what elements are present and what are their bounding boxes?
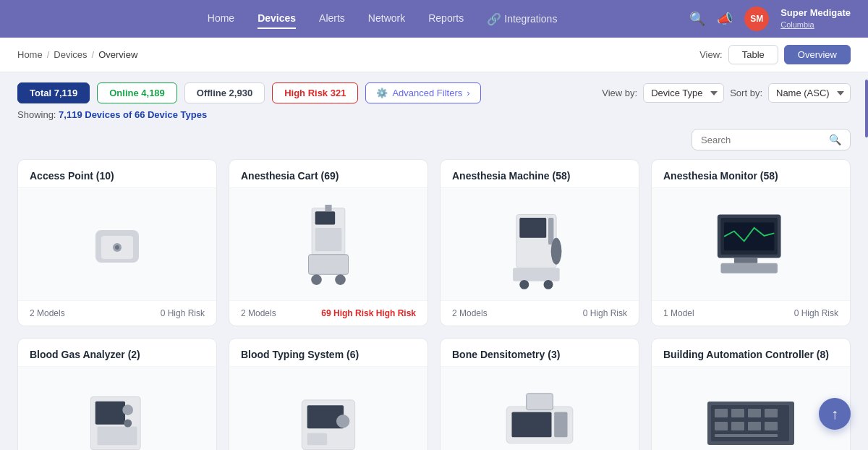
chevron-right-icon: ›: [467, 88, 469, 98]
filters-bar: Total 7,119 Online 4,189 Offline 2,930 H…: [0, 72, 868, 103]
search-box: 🔍: [692, 129, 851, 150]
svg-point-3: [115, 245, 119, 250]
svg-rect-35: [554, 412, 567, 437]
svg-point-27: [124, 419, 132, 427]
showing-line: Showing: 7,119 Devices of 66 Device Type…: [0, 103, 868, 129]
breadcrumb-current: Overview: [98, 49, 137, 60]
view-label: View:: [699, 49, 723, 60]
device-card[interactable]: Blood Gas Analyzer (2) 1 Model 0 High Ri…: [17, 338, 217, 450]
device-card[interactable]: Anesthesia Monitor (58) 1 Model 0 High R…: [651, 159, 851, 326]
svg-rect-22: [720, 263, 777, 273]
high-risk-count: 0 High Risk: [794, 308, 838, 318]
model-count: 2 Models: [30, 308, 65, 318]
viewby-select[interactable]: Device Type: [643, 83, 724, 103]
card-title: Blood Typing System (6): [229, 339, 427, 367]
high-risk-count: 0 High Risk: [161, 308, 205, 318]
card-image: [229, 367, 427, 450]
nav-reports[interactable]: Reports: [428, 9, 464, 29]
nav-home[interactable]: Home: [208, 9, 234, 29]
notifications-icon-btn[interactable]: 📣: [717, 11, 733, 27]
offline-btn[interactable]: Offline 2,930: [184, 82, 265, 103]
sortby-label: Sort by:: [730, 88, 762, 98]
filter-icon: ⚙️: [376, 88, 388, 98]
card-title: Anesthesia Machine (58): [441, 160, 639, 188]
navbar: Home Devices Alerts Network Reports 🔗 In…: [0, 0, 868, 38]
card-footer: 2 Models 69 High Risk High Risk: [229, 300, 427, 326]
fab-button[interactable]: ↑: [819, 398, 851, 430]
view-overview-btn[interactable]: Overview: [784, 45, 851, 64]
device-card[interactable]: Anesthesia Machine (58) 2 Models 0 High …: [440, 159, 639, 326]
scroll-indicator: [865, 80, 868, 137]
svg-rect-30: [307, 433, 328, 445]
svg-point-26: [122, 404, 133, 415]
breadcrumb: Home / Devices / Overview: [17, 49, 137, 60]
card-image: [652, 188, 850, 300]
card-image: [441, 188, 639, 300]
device-card[interactable]: Anesthesia Cart (69) 2 Models 69 High Ri…: [229, 159, 428, 326]
svg-rect-21: [734, 258, 757, 263]
nav-network[interactable]: Network: [368, 9, 405, 29]
svg-rect-41: [765, 409, 778, 417]
model-count: 2 Models: [452, 308, 488, 318]
card-footer: 2 Models 0 High Risk: [18, 300, 216, 326]
device-card[interactable]: Bone Densitometry (3) 1 Model 0 High Ris…: [440, 338, 639, 450]
nav-devices[interactable]: Devices: [258, 9, 296, 29]
svg-rect-13: [548, 218, 553, 245]
card-title: Anesthesia Cart (69): [229, 160, 427, 188]
breadcrumb-bar: Home / Devices / Overview View: Table Ov…: [0, 38, 868, 72]
svg-point-31: [336, 415, 349, 428]
high-risk-count: 69 High Risk High Risk: [321, 308, 416, 318]
card-title: Access Point (10): [18, 160, 216, 188]
high-risk-btn[interactable]: High Risk 321: [272, 82, 358, 103]
model-count: 1 Model: [663, 308, 694, 318]
breadcrumb-sep-2: /: [92, 49, 95, 60]
svg-rect-6: [315, 228, 342, 251]
breadcrumb-sep-1: /: [47, 49, 50, 60]
breadcrumb-home[interactable]: Home: [17, 49, 43, 60]
card-title: Blood Gas Analyzer (2): [18, 339, 216, 367]
advanced-filters-btn[interactable]: ⚙️ Advanced Filters ›: [365, 82, 480, 103]
card-title: Bone Densitometry (3): [441, 339, 639, 367]
breadcrumb-devices[interactable]: Devices: [54, 49, 87, 60]
svg-point-9: [335, 274, 346, 285]
device-card[interactable]: Building Automation Controller (8) 1 Mod…: [651, 338, 851, 450]
svg-rect-34: [512, 412, 552, 437]
total-btn[interactable]: Total 7,119: [17, 82, 90, 103]
device-card[interactable]: Blood Typing System (6) 1 Model 0 High R…: [229, 338, 428, 450]
online-btn[interactable]: Online 4,189: [97, 82, 177, 103]
sortby-select[interactable]: Name (ASC): [768, 83, 851, 103]
viewby-group: View by: Device Type Sort by: Name (ASC): [602, 83, 851, 103]
card-title: Building Automation Controller (8): [652, 339, 850, 367]
user-avatar[interactable]: SM: [744, 7, 769, 31]
svg-rect-40: [748, 409, 761, 417]
device-grid: Access Point (10) 2 Models 0 High Risk A…: [0, 159, 868, 450]
svg-rect-5: [315, 211, 336, 224]
card-footer: 1 Model 0 High Risk: [652, 300, 850, 326]
search-input[interactable]: [701, 135, 823, 145]
svg-rect-38: [715, 409, 728, 417]
search-icon: 🔍: [829, 134, 841, 145]
svg-rect-42: [715, 422, 728, 430]
svg-rect-25: [98, 426, 137, 445]
svg-rect-15: [513, 268, 560, 281]
device-card[interactable]: Access Point (10) 2 Models 0 High Risk: [17, 159, 217, 326]
card-image: [441, 367, 639, 450]
view-table-btn[interactable]: Table: [728, 45, 778, 64]
nav-integrations[interactable]: 🔗 Integrations: [487, 9, 557, 29]
nav-alerts[interactable]: Alerts: [319, 9, 345, 29]
svg-rect-46: [715, 434, 778, 437]
svg-rect-43: [731, 422, 744, 430]
showing-highlight: 7,119 Devices of 66 Device Types: [59, 109, 207, 120]
model-count: 2 Models: [241, 308, 276, 318]
card-footer: 2 Models 0 High Risk: [441, 300, 639, 326]
user-org[interactable]: Columbia: [780, 20, 851, 30]
svg-rect-24: [95, 401, 125, 424]
svg-rect-20: [724, 222, 774, 250]
svg-point-17: [544, 279, 553, 289]
search-icon-btn[interactable]: 🔍: [689, 11, 705, 27]
user-name: Super Medigate: [780, 7, 851, 20]
svg-point-8: [311, 274, 322, 285]
svg-rect-10: [325, 205, 331, 211]
card-title: Anesthesia Monitor (58): [652, 160, 850, 188]
card-image: [18, 188, 216, 300]
